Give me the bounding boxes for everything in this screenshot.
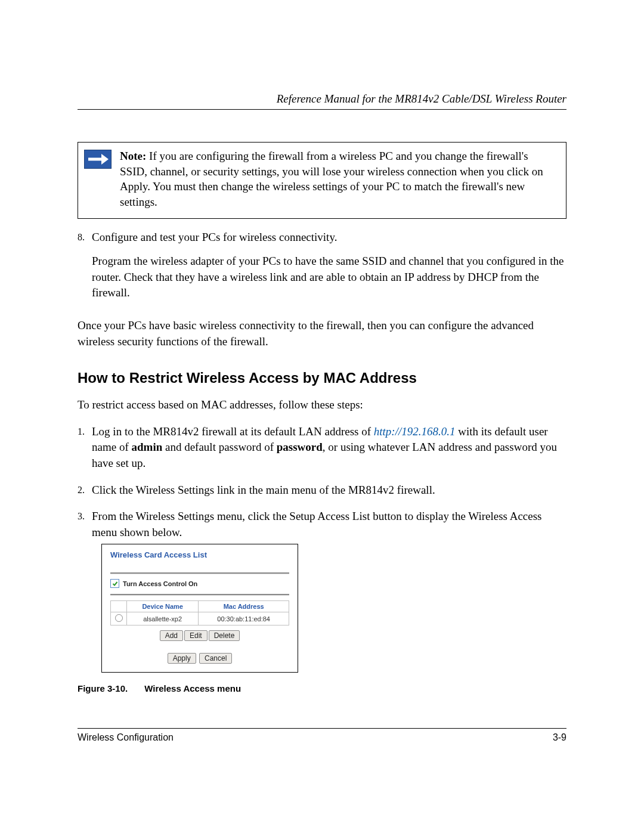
paragraph-after: Once your PCs have basic wireless connec… [78,318,566,349]
section-heading: How to Restrict Wireless Access by MAC A… [78,370,566,386]
step-3-text: From the Wireless Settings menu, click t… [92,509,566,540]
apply-button[interactable]: Apply [168,653,196,664]
step-2: 2. Click the Wireless Settings link in t… [78,482,566,498]
step-1-pre: Log in to the MR814v2 firewall at its de… [92,425,374,438]
table-header-row: Device Name Mac Address [111,601,289,612]
footer-rule [78,728,566,729]
list-number: 2. [78,482,92,498]
list-number: 8. [78,230,92,309]
step-8: 8. Configure and test your PCs for wirel… [78,230,566,309]
access-control-checkbox[interactable] [110,579,119,588]
page-footer: Wireless Configuration 3-9 [78,728,566,743]
figure-title: Wireless Card Access List [110,550,289,559]
table-row: alsallette-xp2 00:30:ab:11:ed:84 [111,612,289,625]
default-lan-url-link[interactable]: http://192.168.0.1 [374,425,456,438]
note-text: Note: If you are configuring the firewal… [120,148,558,210]
edit-button[interactable]: Edit [184,630,208,641]
figure-divider [110,594,289,596]
device-name-header: Device Name [127,601,199,612]
footer-page-number: 3-9 [553,732,566,743]
device-name-cell: alsallette-xp2 [127,612,199,625]
access-control-label: Turn Access Control On [123,580,197,587]
figure-wireless-access: Wireless Card Access List Turn Access Co… [101,544,298,673]
step-1: 1. Log in to the MR814v2 firewall at its… [78,424,566,472]
row-radio[interactable] [115,614,123,622]
row-buttons: AddEditDelete [110,630,289,641]
header-rule [78,109,566,110]
step-8-line2: Program the wireless adapter of your PCs… [92,253,566,301]
note-body: If you are configuring the firewall from… [120,150,543,208]
list-number: 3. [78,509,92,540]
delete-button[interactable]: Delete [209,630,240,641]
list-number: 1. [78,424,92,472]
step-8-line1: Configure and test your PCs for wireless… [92,230,566,246]
step-1-mid2: and default password of [162,441,277,453]
arrow-right-icon [84,150,112,169]
device-table: Device Name Mac Address alsallette-xp2 0… [110,600,289,625]
cancel-button[interactable]: Cancel [199,653,232,664]
note-label: Note: [120,150,146,162]
step-1-b2: password [277,441,323,453]
access-control-checkbox-row: Turn Access Control On [110,579,289,588]
radio-header [111,601,127,612]
step-3: 3. From the Wireless Settings menu, clic… [78,509,566,540]
page: Reference Manual for the MR814v2 Cable/D… [0,0,644,779]
note-block: Note: If you are configuring the firewal… [78,142,566,219]
running-header: Reference Manual for the MR814v2 Cable/D… [78,92,566,106]
mac-address-header: Mac Address [199,601,289,612]
footer-section-name: Wireless Configuration [78,732,174,743]
form-buttons: Apply Cancel [110,653,289,664]
add-button[interactable]: Add [160,630,183,641]
figure-number: Figure 3-10. [78,683,128,693]
figure-divider [110,572,289,574]
step-2-text: Click the Wireless Settings link in the … [92,482,566,498]
mac-address-cell: 00:30:ab:11:ed:84 [199,612,289,625]
figure-caption: Figure 3-10.Wireless Access menu [78,683,566,693]
intro-paragraph: To restrict access based on MAC addresse… [78,397,566,413]
figure-caption-text: Wireless Access menu [144,683,241,693]
step-1-b1: admin [131,441,162,453]
